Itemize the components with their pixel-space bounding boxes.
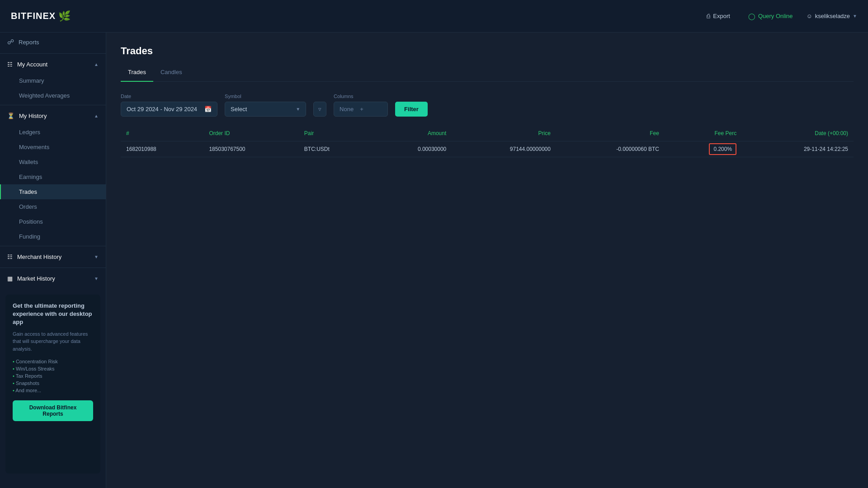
my-history-section[interactable]: ⏳ My History ▲ xyxy=(0,107,106,125)
columns-label: Columns xyxy=(334,94,388,99)
query-online-icon: ◯ xyxy=(748,13,755,20)
col-header-num: # xyxy=(121,126,203,141)
col-header-order-id: Order ID xyxy=(203,126,298,141)
sidebar-item-earnings[interactable]: Earnings xyxy=(0,169,106,184)
col-header-fee: Fee xyxy=(556,126,665,141)
date-label: Date xyxy=(121,94,217,99)
my-account-chevron-icon: ▲ xyxy=(94,62,99,67)
tabs: Trades Candles xyxy=(121,65,854,82)
tab-candles[interactable]: Candles xyxy=(153,65,189,82)
symbol-select[interactable]: Select ▼ xyxy=(225,102,306,117)
chevron-down-icon: ▼ xyxy=(853,14,857,19)
symbol-chevron-icon: ▼ xyxy=(296,107,300,112)
merchant-history-chevron-icon: ▼ xyxy=(94,254,99,259)
account-icon: ☷ xyxy=(7,61,13,68)
col-header-date: Date (+00:00) xyxy=(742,126,854,141)
market-icon: ▦ xyxy=(7,275,13,282)
cell-amount: 0.00030000 xyxy=(372,141,452,157)
download-reports-button[interactable]: Download Bitfinex Reports xyxy=(13,400,93,421)
table-body: 1682010988 185030767500 BTC:USDt 0.00030… xyxy=(121,141,854,157)
page-title: Trades xyxy=(121,45,854,57)
symbol-filter-group: Symbol Select ▼ xyxy=(225,94,306,117)
sidebar-item-weighted-averages[interactable]: Weighted Averages xyxy=(0,88,106,103)
promo-box: Get the ultimate reporting experience wi… xyxy=(5,295,100,474)
sidebar-item-wallets[interactable]: Wallets xyxy=(0,155,106,169)
my-account-left: ☷ My Account xyxy=(7,61,47,68)
col-header-pair: Pair xyxy=(299,126,372,141)
my-history-left: ⏳ My History xyxy=(7,113,47,119)
header-right: ⎙ Export ◯ Query Online ☺ kselikseladze … xyxy=(702,10,857,23)
cell-pair: BTC:USDt xyxy=(299,141,372,157)
sidebar-item-summary[interactable]: Summary xyxy=(0,73,106,88)
filter-button[interactable]: Filter xyxy=(395,102,428,117)
fee-perc-highlighted-value: 0.200% xyxy=(709,143,736,155)
history-icon: ⏳ xyxy=(7,113,14,119)
funnel-icon: ▿ xyxy=(318,106,321,113)
merchant-icon: ☷ xyxy=(7,253,13,260)
sidebar-item-movements[interactable]: Movements xyxy=(0,140,106,155)
divider-1 xyxy=(0,53,106,54)
cell-num: 1682010988 xyxy=(121,141,203,157)
promo-list-item: Win/Loss Streaks xyxy=(13,365,93,372)
columns-plus-icon: + xyxy=(360,106,363,113)
logo: BITFINEX 🌿 xyxy=(11,10,71,22)
promo-list-item: Tax Reports xyxy=(13,372,93,380)
user-icon: ☺ xyxy=(806,13,812,19)
tab-trades[interactable]: Trades xyxy=(121,65,153,82)
logo-text: BITFINEX xyxy=(11,11,56,21)
cell-order-id: 185030767500 xyxy=(203,141,298,157)
market-history-chevron-icon: ▼ xyxy=(94,276,99,281)
cell-price: 97144.00000000 xyxy=(452,141,556,157)
promo-desc: Gain access to advanced features that wi… xyxy=(13,330,93,353)
filters-row: Date Oct 29 2024 - Nov 29 2024 📅 Symbol … xyxy=(121,92,854,117)
query-online-button[interactable]: ◯ Query Online xyxy=(744,10,797,23)
divider-2 xyxy=(0,105,106,105)
cell-date: 29-11-24 14:22:25 xyxy=(742,141,854,157)
calendar-icon: 📅 xyxy=(204,106,212,113)
col-header-fee-perc: Fee Perc xyxy=(665,126,742,141)
symbol-label: Symbol xyxy=(225,94,306,99)
filter-btn-wrapper: Filter xyxy=(395,92,428,117)
sidebar-item-orders[interactable]: Orders xyxy=(0,199,106,214)
table-header: # Order ID Pair Amount Price Fee Fee Per… xyxy=(121,126,854,141)
market-history-section[interactable]: ▦ Market History ▼ xyxy=(0,270,106,287)
filter-options-button[interactable]: ▿ xyxy=(313,102,326,117)
user-menu-button[interactable]: ☺ kselikseladze ▼ xyxy=(806,13,857,19)
trades-table: # Order ID Pair Amount Price Fee Fee Per… xyxy=(121,126,854,157)
cell-fee-perc: 0.200% xyxy=(665,141,742,157)
layout: ☍ Reports ☷ My Account ▲ Summary Weighte… xyxy=(0,33,868,488)
export-button[interactable]: ⎙ Export xyxy=(702,10,735,22)
table-row[interactable]: 1682010988 185030767500 BTC:USDt 0.00030… xyxy=(121,141,854,157)
merchant-history-section[interactable]: ☷ Merchant History ▼ xyxy=(0,248,106,266)
promo-list-item: Concentration Risk xyxy=(13,358,93,365)
sidebar-item-ledgers[interactable]: Ledgers xyxy=(0,125,106,140)
sidebar: ☍ Reports ☷ My Account ▲ Summary Weighte… xyxy=(0,33,106,488)
main-content: Trades Trades Candles Date Oct 29 2024 -… xyxy=(106,33,868,488)
reports-icon: ☍ xyxy=(7,38,14,46)
date-input[interactable]: Oct 29 2024 - Nov 29 2024 📅 xyxy=(121,102,217,117)
filter-icon-wrapper: ▿ xyxy=(313,92,326,117)
sidebar-item-trades[interactable]: Trades xyxy=(0,184,106,199)
sidebar-item-funding[interactable]: Funding xyxy=(0,229,106,244)
my-history-chevron-icon: ▲ xyxy=(94,113,99,118)
table-header-row: # Order ID Pair Amount Price Fee Fee Per… xyxy=(121,126,854,141)
promo-list-item: And more... xyxy=(13,387,93,394)
logo-leaf-icon: 🌿 xyxy=(58,10,71,22)
my-account-section[interactable]: ☷ My Account ▲ xyxy=(0,56,106,73)
columns-select[interactable]: None + xyxy=(334,102,388,117)
sidebar-item-reports[interactable]: ☍ Reports xyxy=(0,33,106,52)
col-header-price: Price xyxy=(452,126,556,141)
header: BITFINEX 🌿 ⎙ Export ◯ Query Online ☺ kse… xyxy=(0,0,868,33)
merchant-history-left: ☷ Merchant History xyxy=(7,253,61,260)
market-history-left: ▦ Market History xyxy=(7,275,55,282)
export-icon: ⎙ xyxy=(707,13,710,19)
promo-list-item: Snapshots xyxy=(13,380,93,387)
divider-4 xyxy=(0,267,106,268)
sidebar-item-positions[interactable]: Positions xyxy=(0,214,106,229)
divider-3 xyxy=(0,246,106,246)
date-filter-group: Date Oct 29 2024 - Nov 29 2024 📅 xyxy=(121,94,217,117)
promo-title: Get the ultimate reporting experience wi… xyxy=(13,302,93,327)
promo-list: Concentration Risk Win/Loss Streaks Tax … xyxy=(13,358,93,394)
table-container: # Order ID Pair Amount Price Fee Fee Per… xyxy=(121,126,854,157)
cell-fee: -0.00000060 BTC xyxy=(556,141,665,157)
